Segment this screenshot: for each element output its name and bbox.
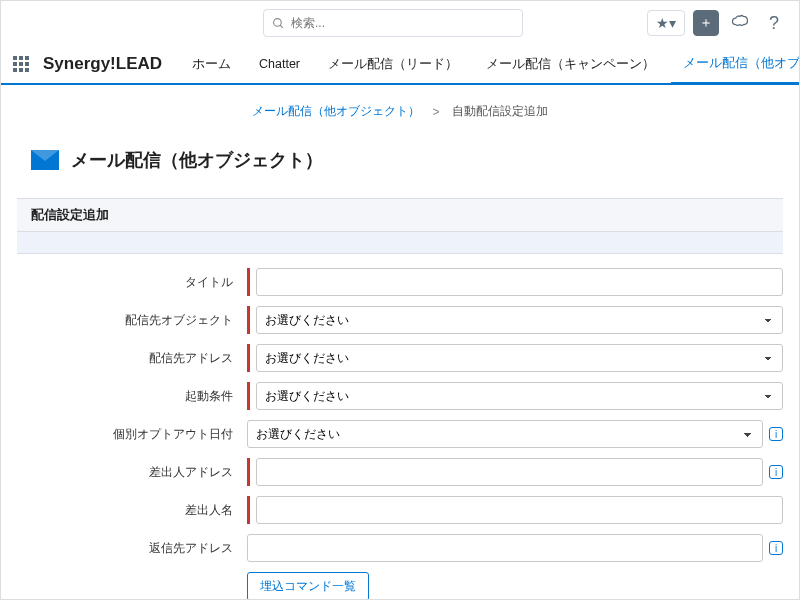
title-input[interactable] bbox=[256, 268, 783, 296]
label-title: タイトル bbox=[17, 274, 247, 291]
embed-command-button[interactable]: 埋込コマンド一覧 bbox=[247, 572, 369, 600]
app-name: Synergy!LEAD bbox=[43, 54, 162, 74]
address-select[interactable]: お選びください bbox=[256, 344, 783, 372]
label-address: 配信先アドレス bbox=[17, 350, 247, 367]
required-indicator bbox=[247, 306, 250, 334]
info-icon[interactable]: i bbox=[769, 541, 783, 555]
label-trigger: 起動条件 bbox=[17, 388, 247, 405]
label-sender-address: 差出人アドレス bbox=[17, 464, 247, 481]
tab-mail-campaign[interactable]: メール配信（キャンペーン） bbox=[474, 44, 667, 84]
svg-point-0 bbox=[274, 18, 282, 26]
add-button[interactable]: ＋ bbox=[693, 10, 719, 36]
favorites-dropdown[interactable]: ★▾ bbox=[647, 10, 685, 36]
section-strip bbox=[17, 232, 783, 254]
sender-name-input[interactable] bbox=[256, 496, 783, 524]
svg-line-1 bbox=[280, 25, 283, 28]
label-optout: 個別オプトアウト日付 bbox=[17, 426, 247, 443]
required-indicator bbox=[247, 382, 250, 410]
breadcrumb: メール配信（他オブジェクト） > 自動配信設定追加 bbox=[1, 85, 799, 130]
tab-chatter[interactable]: Chatter bbox=[247, 44, 312, 84]
label-object: 配信先オブジェクト bbox=[17, 312, 247, 329]
info-icon[interactable]: i bbox=[769, 427, 783, 441]
label-sender-name: 差出人名 bbox=[17, 502, 247, 519]
required-indicator bbox=[247, 458, 250, 486]
tab-mail-lead[interactable]: メール配信（リード） bbox=[316, 44, 470, 84]
optout-select[interactable]: お選びください bbox=[247, 420, 763, 448]
required-indicator bbox=[247, 496, 250, 524]
global-search[interactable] bbox=[263, 9, 523, 37]
breadcrumb-separator: > bbox=[432, 105, 439, 119]
tab-home[interactable]: ホーム bbox=[180, 44, 243, 84]
tab-mail-other-object[interactable]: メール配信（他オブジェクト） bbox=[671, 45, 800, 85]
breadcrumb-current: 自動配信設定追加 bbox=[452, 103, 548, 120]
search-icon bbox=[272, 17, 285, 30]
reply-address-input[interactable] bbox=[247, 534, 763, 562]
help-icon[interactable]: ? bbox=[761, 10, 787, 36]
search-input[interactable] bbox=[291, 16, 514, 30]
required-indicator bbox=[247, 344, 250, 372]
app-launcher-icon[interactable] bbox=[13, 56, 29, 72]
required-indicator bbox=[247, 268, 250, 296]
page-title: メール配信（他オブジェクト） bbox=[71, 148, 323, 172]
section-title: 配信設定追加 bbox=[17, 198, 783, 232]
sender-address-input[interactable] bbox=[256, 458, 763, 486]
info-icon[interactable]: i bbox=[769, 465, 783, 479]
mail-icon bbox=[31, 150, 59, 170]
breadcrumb-link[interactable]: メール配信（他オブジェクト） bbox=[252, 103, 420, 120]
label-reply-address: 返信先アドレス bbox=[17, 540, 247, 557]
object-select[interactable]: お選びください bbox=[256, 306, 783, 334]
salesforce-help-icon[interactable] bbox=[727, 10, 753, 36]
trigger-select[interactable]: お選びください bbox=[256, 382, 783, 410]
